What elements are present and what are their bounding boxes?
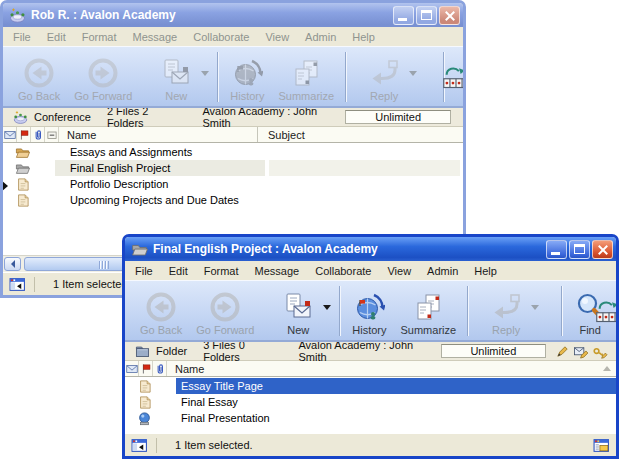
flag-column-header[interactable] [139,361,153,376]
envelope-column-header[interactable] [3,127,17,142]
sort-arrow-icon[interactable] [603,366,611,371]
window-title: Final English Project : Avalon Academy [153,242,541,256]
menu-collaborate[interactable]: Collaborate [307,263,379,279]
menu-file[interactable]: File [127,263,161,279]
menu-format[interactable]: Format [196,263,247,279]
toolbar-separator [217,52,219,102]
scroll-left-button[interactable] [4,257,21,271]
folder-icon [131,241,148,258]
new-button[interactable]: New [153,49,213,105]
titlebar[interactable]: Final English Project : Avalon Academy [125,237,616,261]
minimize-button[interactable] [393,6,414,25]
minimize-button[interactable] [546,240,567,259]
menu-edit[interactable]: Edit [39,29,74,45]
key-permission-icon [593,344,608,359]
conference-icon [13,110,28,125]
info-bar: Conference 2 Files 2 Folders Avalon Acad… [3,108,463,127]
toolbar-separator [345,52,347,102]
folder-icon [135,344,150,359]
new-button[interactable]: New [275,283,335,339]
panel-toggle-icon[interactable] [131,437,148,454]
history-button[interactable]: History [345,283,393,339]
reply-button[interactable]: Reply [483,283,543,339]
pencil-icon [555,344,570,359]
go-back-button[interactable]: Go Back [11,49,67,105]
location-path: Avalon Academy : John Smith [298,339,440,363]
collapse-column-header[interactable] [45,127,59,142]
chevron-down-icon[interactable] [409,71,417,76]
info-bar: Folder 3 Files 0 Folders Avalon Academy … [125,342,616,361]
summarize-button[interactable]: Summarize [394,283,464,339]
list-header: Name [125,361,616,377]
permission-icons [555,344,608,359]
toolbar-separator [339,286,341,336]
summarize-button[interactable]: Summarize [272,49,342,105]
presentation-icon [135,411,153,426]
menu-collaborate[interactable]: Collaborate [185,29,257,45]
summarize-icon [290,57,322,89]
list-item-selected[interactable]: Essay Title Page [125,378,616,394]
chevron-down-icon[interactable] [201,71,209,76]
paperclip-icon [154,363,166,375]
status-bar: 1 Item selected. [125,433,616,456]
chevron-down-icon[interactable] [531,305,539,310]
document-icon [13,193,31,208]
flag-column-header[interactable] [17,127,31,142]
titlebar[interactable]: Rob R. : Avalon Academy [3,3,463,27]
menu-view[interactable]: View [379,263,419,279]
reply-icon [368,57,400,89]
close-button[interactable] [439,6,460,25]
column-header-name[interactable]: Name [167,363,603,375]
list-item[interactable]: Portfolio Description [3,176,463,192]
menu-edit[interactable]: Edit [161,263,196,279]
paperclip-icon [32,129,44,141]
layout-icon[interactable] [593,437,610,454]
panel-toggle-icon[interactable] [9,276,26,293]
status-divider [34,277,35,292]
history-icon [353,291,385,323]
reply-button[interactable]: Reply [361,49,421,105]
go-back-button[interactable]: Go Back [133,283,189,339]
list-item[interactable]: Upcoming Projects and Due Dates [3,192,463,208]
window-final-english-project[interactable]: Final English Project : Avalon Academy F… [122,234,619,459]
toolbar: Go Back Go Forward New History Summarize… [3,46,463,108]
toolbar-separator [467,286,469,336]
go-forward-button[interactable]: Go Forward [67,49,139,105]
column-header-subject[interactable]: Subject [258,129,463,141]
menu-file[interactable]: File [5,29,39,45]
document-icon [135,395,153,410]
close-button[interactable] [592,240,613,259]
go-forward-button[interactable]: Go Forward [189,283,261,339]
menu-format[interactable]: Format [74,29,125,45]
file-counts: 2 Files 2 Folders [107,105,187,129]
chevron-down-icon[interactable] [323,305,331,310]
column-header-name[interactable]: Name [59,129,257,141]
list-item[interactable]: Essays and Assignments [3,144,463,160]
attachment-column-header[interactable] [31,127,45,142]
menu-message[interactable]: Message [247,263,308,279]
file-counts: 3 Files 0 Folders [203,339,282,363]
menu-admin[interactable]: Admin [419,263,466,279]
menu-help[interactable]: Help [344,29,383,45]
new-icon [282,291,314,323]
menu-admin[interactable]: Admin [297,29,344,45]
toolbar-ruler-icon[interactable] [442,63,463,91]
menu-message[interactable]: Message [125,29,186,45]
list-item-selected[interactable]: Final English Project [3,160,463,176]
envelope-icon [4,129,16,141]
toolbar-ruler-icon[interactable] [595,297,616,325]
history-button[interactable]: History [223,49,271,105]
document-icon [135,379,153,394]
menu-view[interactable]: View [257,29,297,45]
flag-icon [18,129,30,141]
envelope-icon [126,363,138,375]
menu-help[interactable]: Help [466,263,505,279]
maximize-button[interactable] [569,240,590,259]
attachment-column-header[interactable] [153,361,167,376]
go-back-icon [23,57,55,89]
maximize-button[interactable] [416,6,437,25]
list-item[interactable]: Final Presentation [125,410,616,426]
list-item[interactable]: Final Essay [125,394,616,410]
envelope-column-header[interactable] [125,361,139,376]
menu-bar: File Edit Format Message Collaborate Vie… [125,261,616,280]
